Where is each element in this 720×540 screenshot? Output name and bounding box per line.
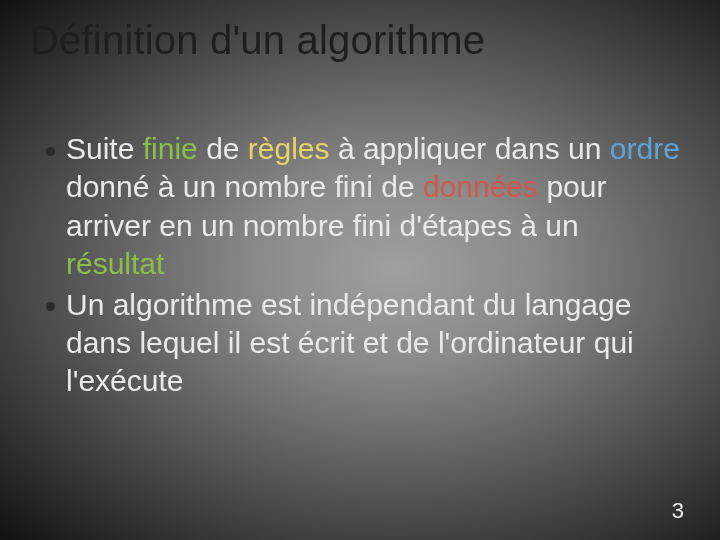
text-fragment: à appliquer dans un bbox=[338, 132, 602, 165]
keyword-ordre: ordre bbox=[610, 132, 680, 165]
text-fragment: donné à un nombre fini de bbox=[66, 170, 415, 203]
text-fragment: Un algorithme est indépendant du langage… bbox=[66, 288, 634, 398]
keyword-resultat: résultat bbox=[66, 247, 164, 280]
slide-body: Suite finie de règles à appliquer dans u… bbox=[46, 130, 680, 403]
bullet-item: Un algorithme est indépendant du langage… bbox=[46, 286, 680, 401]
slide-title: Définition d'un algorithme bbox=[30, 18, 485, 63]
keyword-regles: règles bbox=[248, 132, 330, 165]
keyword-finie: finie bbox=[143, 132, 198, 165]
text-fragment: Suite bbox=[66, 132, 134, 165]
bullet-icon bbox=[46, 147, 55, 156]
page-number: 3 bbox=[672, 498, 684, 524]
bullet-item: Suite finie de règles à appliquer dans u… bbox=[46, 130, 680, 284]
keyword-donnees: données bbox=[423, 170, 538, 203]
slide: Définition d'un algorithme Suite finie d… bbox=[0, 0, 720, 540]
text-fragment: de bbox=[206, 132, 239, 165]
bullet-icon bbox=[46, 302, 55, 311]
